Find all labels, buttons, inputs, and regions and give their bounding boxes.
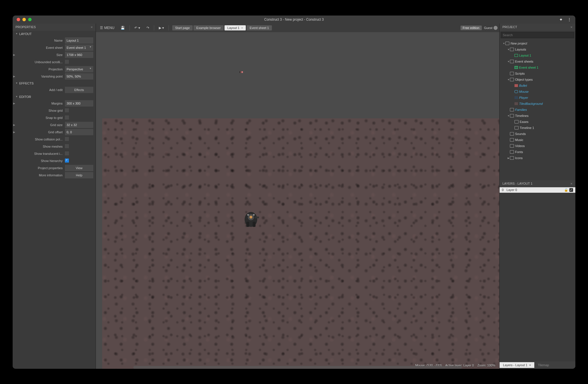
section-editor[interactable]: EDITOR [13,94,96,100]
tree-item-player[interactable]: Player [500,95,575,101]
undo-button[interactable]: ↶ ▾ [132,25,142,31]
tab-layout-1[interactable]: Layout 1× [225,25,246,30]
project-search-input[interactable] [501,32,574,38]
tree-item-event-sheet-1[interactable]: Event sheet 1 [500,65,575,71]
tree-item-families[interactable]: Families [500,107,575,113]
tab-close-icon[interactable]: × [241,26,243,30]
tree-item-object-types[interactable]: ▼Object types [500,77,575,83]
expand-icon[interactable]: ▶ [13,131,16,134]
properties-panel: PROPERTIES × LAYOUT Name Event sheet▼ ▶S… [13,24,96,369]
bottom-tab-tilemap[interactable]: Tilemap [534,362,552,368]
effects-button[interactable]: Effects [65,87,93,93]
tree-arrow-icon[interactable]: ▼ [507,59,510,64]
expand-icon[interactable]: ▶ [13,53,16,56]
folder-icon [510,150,514,154]
tree-arrow-icon[interactable]: ▼ [507,47,510,52]
tree-item-layout-1[interactable]: Layout 1 [500,53,575,59]
layer-row[interactable]: 0 Layer 0 🔓 ✓ [500,187,575,193]
save-button[interactable]: 💾 [118,25,127,31]
view-button[interactable]: View [65,165,93,171]
tree-item-sounds[interactable]: Sounds [500,131,575,137]
horizontal-scrollbar[interactable] [133,366,462,369]
tree-arrow-icon[interactable]: ▼ [507,77,510,82]
tree-item-fonts[interactable]: Fonts [500,149,575,155]
prop-snapgrid-check[interactable] [65,115,69,119]
tree-item-event-sheets[interactable]: ▼Event sheets [500,59,575,65]
tree-item-layouts[interactable]: ▼Layouts [500,47,575,53]
prop-name-input[interactable] [65,37,93,44]
prop-eventsheet-label: Event sheet [18,46,63,49]
menu-button[interactable]: ☰ MENU [98,25,117,31]
tiled-background[interactable] [102,118,499,369]
section-layout[interactable]: LAYOUT [13,31,96,37]
tree-item-label: Event sheets [515,59,533,64]
svg-point-2 [249,216,252,219]
close-layers-icon[interactable]: × [570,182,572,186]
redo-button[interactable]: ↷ [144,25,152,31]
folder-icon [510,114,514,117]
minimize-window-icon[interactable] [22,18,26,21]
expand-icon[interactable]: ▶ [13,102,16,105]
tree-arrow-icon[interactable]: ▼ [502,41,505,46]
tree-item-mouse[interactable]: Mouse [500,89,575,95]
tree-item-icons[interactable]: ▶Icons [500,155,575,161]
window-controls [13,18,32,21]
prop-meshes-label: Show meshes [18,145,63,148]
tree-arrow-icon[interactable]: ▶ [507,156,510,161]
tree-item-new-project[interactable]: ▼New project [500,40,575,47]
tree-arrow-icon[interactable]: ▼ [507,113,510,118]
maximize-window-icon[interactable] [28,18,32,21]
bullet-sprite[interactable] [239,71,243,73]
folder-icon [510,60,514,63]
tree-item-label: Player [519,95,528,100]
tree-item-timelines[interactable]: ▼Timelines [500,113,575,119]
close-properties-icon[interactable]: × [90,25,93,29]
play-button[interactable]: ▶ ▾ [156,25,166,31]
tree-item-scripts[interactable]: Scripts [500,71,575,77]
visibility-icon[interactable]: ✓ [569,188,573,192]
expand-icon[interactable]: ▶ [13,75,16,78]
extension-icon[interactable]: ✦ [559,17,563,22]
prop-vanishing-input[interactable] [65,73,93,80]
prop-translucent-check[interactable] [65,151,69,155]
tree-item-tiledbackground[interactable]: TiledBackground [500,101,575,107]
help-button[interactable]: Help [65,172,93,178]
expand-icon[interactable]: ▶ [13,124,16,126]
prop-margins-input[interactable] [65,100,93,107]
section-effects[interactable]: EFFECTS [13,80,96,86]
prop-unbounded-check[interactable] [65,60,69,64]
tab-close-icon[interactable]: × [529,363,531,367]
close-window-icon[interactable] [17,18,20,21]
bottom-tab-layers-layout-1[interactable]: Layers - Layout 1× [500,362,534,368]
svg-rect-5 [255,217,259,218]
tree-item-videos[interactable]: Videos [500,143,575,149]
tree-item-label: New project [510,41,527,46]
free-edition-badge[interactable]: Free edition [461,26,482,30]
layout-canvas[interactable]: Mouse: (530, -333) Active layer: Layer 0… [96,32,499,369]
separator [169,25,169,30]
prop-gridsize-input[interactable] [65,122,93,128]
lock-icon[interactable]: 🔓 [564,188,568,192]
close-project-icon[interactable]: × [570,25,572,29]
prop-hierarchy-check[interactable] [65,159,69,163]
tab-event-sheet-1[interactable]: Event sheet 1 [247,25,272,30]
tree-item-label: Timelines [515,113,529,118]
prop-showgrid-check[interactable] [65,108,69,112]
prop-unbounded-label: Unbounded scrolli... [18,60,63,64]
prop-gridoffset-input[interactable] [65,129,93,135]
prop-collision-check[interactable] [65,137,69,141]
more-menu-icon[interactable]: ⋮ [567,17,571,22]
prop-size-input[interactable] [65,52,93,58]
separator [154,25,154,30]
prop-meshes-check[interactable] [65,144,69,148]
tree-item-timeline-1[interactable]: Timeline 1 [500,125,575,131]
tree-item-eases[interactable]: Eases [500,119,575,125]
tab-example-browser[interactable]: Example browser [194,25,224,30]
layers-panel-title: LAYERS - LAYOUT 1 [502,182,533,185]
guest-account[interactable]: Guest [484,26,498,30]
player-sprite[interactable] [242,209,260,229]
tab-start-page[interactable]: Start page [172,25,193,30]
folder-icon [510,156,514,160]
tree-item-music[interactable]: Music [500,137,575,143]
tree-item-bullet[interactable]: Bullet [500,83,575,89]
